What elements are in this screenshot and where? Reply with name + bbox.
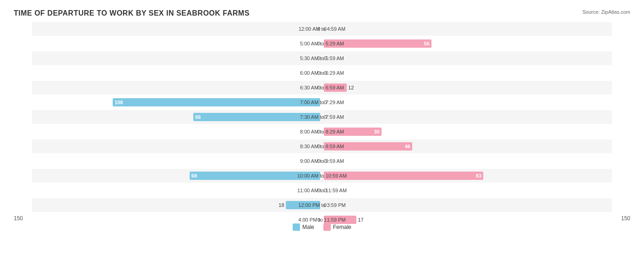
legend-male: Male bbox=[293, 223, 314, 231]
legend-female: Female bbox=[323, 223, 351, 231]
male-zero: 0 bbox=[317, 56, 320, 61]
bar-row: 09:00 AM to 9:59 AM0 bbox=[32, 154, 612, 168]
female-value: 46 bbox=[405, 144, 410, 149]
female-zero: 0 bbox=[324, 202, 327, 208]
left-side: 0 bbox=[32, 81, 322, 95]
female-bar: 17 bbox=[324, 216, 356, 224]
bar-row: 1812:00 PM to 3:59 PM0 bbox=[32, 198, 612, 212]
male-zero: 0 bbox=[317, 70, 320, 76]
left-side: 0 bbox=[32, 37, 322, 50]
right-side: 0 bbox=[322, 66, 612, 80]
legend-male-box bbox=[293, 223, 300, 231]
female-zero: 0 bbox=[324, 114, 327, 120]
right-side: 46 bbox=[322, 139, 612, 153]
female-bar: 83 bbox=[324, 172, 483, 180]
male-bar: 68 bbox=[190, 172, 320, 180]
rows-wrapper: 012:00 AM to 4:59 AM005:00 AM to 5:29 AM… bbox=[32, 22, 612, 212]
male-value: 66 bbox=[195, 114, 201, 120]
male-zero: 0 bbox=[317, 41, 320, 46]
bar-row: 6810:00 AM to 10:59 AM83 bbox=[32, 169, 612, 183]
right-side: 17 bbox=[322, 213, 612, 227]
left-side: 0 bbox=[32, 139, 322, 153]
female-bar: 12 bbox=[324, 84, 347, 92]
female-zero: 0 bbox=[324, 70, 327, 76]
chart-area: 012:00 AM to 4:59 AM005:00 AM to 5:29 AM… bbox=[14, 22, 630, 235]
male-zero: 0 bbox=[317, 144, 320, 149]
axis-label-left: 150 bbox=[14, 215, 23, 222]
male-value: 18 bbox=[278, 202, 284, 208]
male-bar: 18 bbox=[286, 201, 320, 209]
right-side: 0 bbox=[322, 51, 612, 65]
axis-label-right: 150 bbox=[621, 215, 630, 222]
bar-row: 667:30 AM to 7:59 AM0 bbox=[32, 110, 612, 124]
bar-row: 05:00 AM to 5:29 AM56 bbox=[32, 37, 612, 50]
left-side: 108 bbox=[32, 95, 322, 109]
right-side: 0 bbox=[322, 184, 612, 197]
bar-row: 1087:00 AM to 7:29 AM0 bbox=[32, 95, 612, 109]
female-bar: 56 bbox=[324, 39, 431, 48]
bar-row: 011:00 AM to 11:59 AM0 bbox=[32, 184, 612, 197]
left-side: 0 bbox=[32, 66, 322, 80]
male-zero: 0 bbox=[317, 129, 320, 134]
female-zero: 0 bbox=[324, 26, 327, 32]
female-bar: 46 bbox=[324, 142, 412, 150]
left-side: 18 bbox=[32, 198, 322, 212]
male-bar: 108 bbox=[113, 98, 320, 106]
male-zero: 0 bbox=[317, 26, 320, 32]
left-side: 0 bbox=[32, 51, 322, 65]
left-side: 0 bbox=[32, 22, 322, 36]
left-side: 0 bbox=[32, 184, 322, 197]
female-zero: 0 bbox=[324, 158, 327, 164]
bar-row: 06:00 AM to 6:29 AM0 bbox=[32, 66, 612, 80]
right-side: 12 bbox=[322, 81, 612, 95]
bar-row: 08:30 AM to 8:59 AM46 bbox=[32, 139, 612, 153]
left-side: 66 bbox=[32, 110, 322, 124]
male-zero: 0 bbox=[317, 85, 320, 90]
female-zero: 0 bbox=[324, 188, 327, 193]
female-value: 56 bbox=[424, 41, 430, 46]
male-zero: 0 bbox=[317, 217, 320, 223]
right-side: 0 bbox=[322, 198, 612, 212]
male-value: 68 bbox=[191, 173, 197, 178]
legend: Male Female bbox=[293, 223, 351, 231]
legend-female-label: Female bbox=[333, 224, 351, 230]
right-side: 0 bbox=[322, 95, 612, 109]
male-value: 108 bbox=[115, 100, 123, 105]
chart-title: TIME OF DEPARTURE TO WORK BY SEX IN SEAB… bbox=[14, 9, 630, 17]
male-bar: 66 bbox=[193, 113, 320, 121]
legend-male-label: Male bbox=[302, 224, 314, 230]
male-zero: 0 bbox=[317, 158, 320, 164]
left-side: 68 bbox=[32, 169, 322, 183]
female-zero: 0 bbox=[324, 56, 327, 61]
right-side: 56 bbox=[322, 37, 612, 50]
bar-row: 012:00 AM to 4:59 AM0 bbox=[32, 22, 612, 36]
female-bar: 30 bbox=[324, 128, 382, 136]
left-side: 0 bbox=[32, 154, 322, 168]
right-side: 30 bbox=[322, 125, 612, 139]
legend-female-box bbox=[323, 223, 331, 231]
female-value: 12 bbox=[348, 85, 354, 90]
chart-container: TIME OF DEPARTURE TO WORK BY SEX IN SEAB… bbox=[0, 0, 644, 273]
right-side: 83 bbox=[322, 169, 612, 183]
bar-row: 05:30 AM to 5:59 AM0 bbox=[32, 51, 612, 65]
right-side: 0 bbox=[322, 154, 612, 168]
right-side: 0 bbox=[322, 22, 612, 36]
male-zero: 0 bbox=[317, 188, 320, 193]
left-side: 0 bbox=[32, 213, 322, 227]
left-side: 0 bbox=[32, 125, 322, 139]
female-zero: 0 bbox=[324, 100, 327, 105]
source-text: Source: ZipAtlas.com bbox=[582, 9, 630, 15]
bar-row: 06:30 AM to 6:59 AM12 bbox=[32, 81, 612, 95]
bar-row: 08:00 AM to 8:29 AM30 bbox=[32, 125, 612, 139]
female-value: 30 bbox=[374, 129, 380, 134]
right-side: 0 bbox=[322, 110, 612, 124]
female-value: 17 bbox=[358, 217, 363, 223]
female-value: 83 bbox=[476, 173, 481, 178]
